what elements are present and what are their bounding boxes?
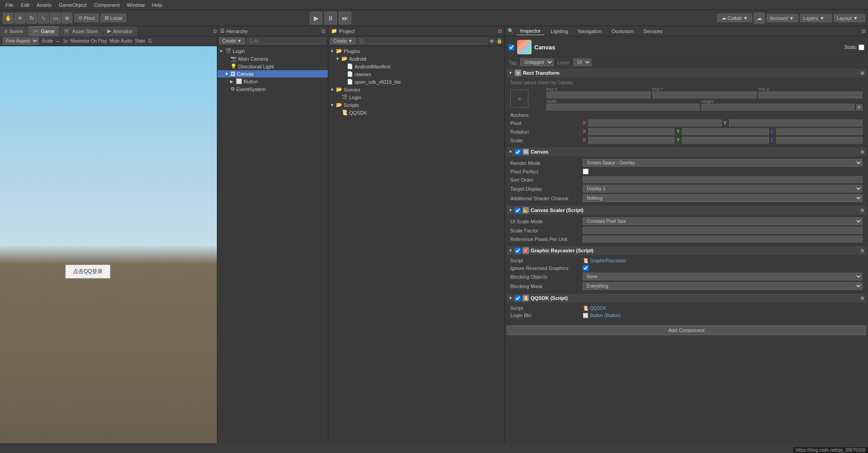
project-maximize[interactable]: ⊡ — [498, 29, 502, 34]
tab-lighting[interactable]: Lighting — [547, 28, 572, 35]
qqsdk-header[interactable]: ▼ 📜 QQSDK (Script) ⚙ — [507, 294, 866, 303]
additional-shader-dropdown[interactable]: Nothing — [583, 194, 863, 202]
hierarchy-search[interactable] — [247, 38, 326, 44]
blocking-objects-dropdown[interactable]: None — [583, 273, 863, 280]
tree-item-button[interactable]: ▶ ⬜ Button — [217, 77, 328, 85]
tab-animator[interactable]: ▶ Animator — [103, 26, 138, 36]
add-component-button[interactable]: Add Component — [507, 325, 866, 335]
graphic-raycaster-header[interactable]: ▼ 🎯 Graphic Raycaster (Script) ⚙ — [507, 246, 866, 255]
canvas-enabled[interactable] — [515, 149, 521, 155]
project-create-button[interactable]: Create ▼ — [330, 38, 356, 44]
project-lock-icon[interactable]: 🔒 — [496, 38, 503, 44]
raycaster-script-ref[interactable]: 📜 GraphicRaycaster — [583, 258, 626, 263]
layout-button[interactable]: Layout ▼ — [834, 14, 865, 22]
collab-button[interactable]: ☁ Collab ▼ — [717, 14, 752, 22]
scale-factor-input[interactable]: 1 — [583, 227, 863, 234]
maximize-icon[interactable]: ⊡ — [213, 29, 217, 34]
ui-scale-dropdown[interactable]: Constant Pixel Size — [583, 217, 863, 225]
pos-x-input[interactable]: 246 — [547, 92, 651, 98]
rect-transform-options[interactable]: ⚙ — [860, 71, 864, 76]
pos-y-input[interactable]: 346.5 — [652, 92, 757, 98]
tab-navigation[interactable]: Navigation — [575, 28, 605, 35]
blueprint-r-btn[interactable]: R — [856, 104, 863, 111]
ignore-reversed-checkbox[interactable] — [583, 265, 589, 271]
tab-scene[interactable]: # Scene — [0, 26, 28, 36]
maximize-on-play[interactable]: Maximize On Play — [71, 39, 107, 43]
tree-item-plugins[interactable]: ▼ 📂 Plugins — [328, 47, 504, 55]
tree-item-dir-light[interactable]: 💡 Directional Light — [217, 63, 328, 70]
rot-y-input[interactable]: 0 — [682, 128, 768, 135]
canvas-scaler-options[interactable]: ⚙ — [860, 208, 864, 213]
tree-item-classes[interactable]: 📄 classes — [328, 70, 504, 78]
aspect-dropdown[interactable]: Free Aspect — [3, 37, 39, 45]
canvas-scaler-enabled[interactable] — [515, 207, 521, 213]
scale-y-input[interactable]: 1 — [682, 137, 768, 144]
login-btn-ref[interactable]: ⬜ Button (Button) — [583, 313, 620, 318]
tree-item-login[interactable]: ▼ 🎬 Login — [217, 47, 328, 55]
pixel-perfect-checkbox[interactable] — [583, 169, 589, 174]
tree-item-android[interactable]: ▼ 📂 Android — [328, 55, 504, 63]
mute-audio[interactable]: Mute Audio — [110, 39, 132, 43]
scale-x-input[interactable]: 1 — [588, 137, 675, 144]
tag-dropdown[interactable]: Untagged — [520, 58, 554, 66]
qqsdk-enabled[interactable] — [515, 295, 521, 301]
rotate-tool[interactable]: ↻ — [26, 13, 37, 24]
menu-assets[interactable]: Assets — [33, 1, 55, 9]
tab-inspector[interactable]: Inspector — [517, 27, 544, 35]
pivot-button[interactable]: ⊙ Pivot — [74, 14, 99, 22]
canvas-options[interactable]: ⚙ — [860, 149, 864, 154]
scale-z-input[interactable]: 1 — [776, 137, 863, 144]
cloud-icon[interactable]: ☁ — [754, 13, 765, 24]
menu-component[interactable]: Component — [90, 1, 123, 9]
rot-z-input[interactable]: 0 — [776, 128, 863, 135]
tab-game[interactable]: 🎮 Game — [28, 26, 59, 36]
hierarchy-maximize[interactable]: ⊡ — [321, 29, 325, 34]
static-checkbox[interactable] — [858, 44, 864, 50]
inspector-maximize[interactable]: ⊡ — [862, 29, 865, 34]
local-button[interactable]: ⊞ Local — [101, 14, 126, 22]
layer-dropdown[interactable]: UI — [573, 58, 591, 66]
play-button[interactable]: ▶ — [310, 12, 322, 24]
tree-item-eventsystem[interactable]: ⚙ EventSystem — [217, 85, 328, 93]
rot-x-input[interactable]: 0 — [588, 128, 675, 135]
scale-tool[interactable]: ⤡ — [38, 13, 49, 24]
menu-file[interactable]: File — [2, 1, 17, 9]
step-button[interactable]: ⏭ — [339, 12, 351, 24]
tree-item-qqsdk[interactable]: 📜 QQSDK — [328, 109, 504, 116]
tree-item-scripts[interactable]: ▼ 📂 Scripts — [328, 101, 504, 109]
transform-tool[interactable]: ⊕ — [62, 13, 72, 24]
target-display-dropdown[interactable]: Display 1 — [583, 185, 863, 193]
qqsdk-options[interactable]: ⚙ — [860, 296, 864, 301]
raycaster-options[interactable]: ⚙ — [860, 248, 864, 253]
account-button[interactable]: Account ▼ — [767, 14, 798, 22]
menu-window[interactable]: Window — [123, 1, 148, 9]
sort-order-input[interactable]: 0 — [583, 176, 863, 183]
tree-item-main-camera[interactable]: 📷 Main Camera — [217, 55, 328, 63]
blocking-mask-dropdown[interactable]: Everything — [583, 282, 863, 290]
project-search[interactable] — [358, 38, 488, 44]
gizmos-button[interactable]: G — [148, 39, 152, 43]
tree-item-scenes[interactable]: ▼ 📂 Scenes — [328, 86, 504, 93]
menu-edit[interactable]: Edit — [17, 1, 33, 9]
pivot-x-input[interactable]: 0.5 — [588, 120, 722, 126]
render-mode-dropdown[interactable]: Screen Space - Overlay — [583, 159, 863, 167]
game-login-button[interactable]: 点击QQ登录 — [65, 265, 111, 279]
stats-button[interactable]: Stats — [135, 39, 145, 43]
qqsdk-script-ref[interactable]: 📜 QQSDK — [583, 306, 606, 311]
raycaster-enabled[interactable] — [515, 248, 521, 254]
pos-z-input[interactable]: 0 — [758, 92, 863, 98]
menu-help[interactable]: Help — [148, 1, 166, 9]
object-enabled-checkbox[interactable] — [508, 44, 514, 50]
rect-tool[interactable]: ▭ — [50, 13, 61, 24]
menu-gameobject[interactable]: GameObject — [55, 1, 91, 9]
ref-pixels-input[interactable]: 100 — [583, 236, 863, 242]
height-input[interactable]: 693 — [701, 104, 854, 111]
tab-occlusion[interactable]: Occlusion — [608, 28, 637, 35]
canvas-scaler-header[interactable]: ▼ 📐 Canvas Scaler (Script) ⚙ — [507, 206, 866, 215]
tree-item-androidmanifest[interactable]: 📄 AndroidManifest — [328, 63, 504, 70]
layers-button[interactable]: Layers ▼ — [800, 14, 832, 22]
tab-services[interactable]: Services — [640, 28, 666, 35]
hand-tool[interactable]: ✋ — [3, 13, 14, 24]
tree-item-opensdk[interactable]: 📄 open_sdk_r6019_lite — [328, 78, 504, 86]
width-input[interactable]: 492 — [547, 104, 700, 111]
